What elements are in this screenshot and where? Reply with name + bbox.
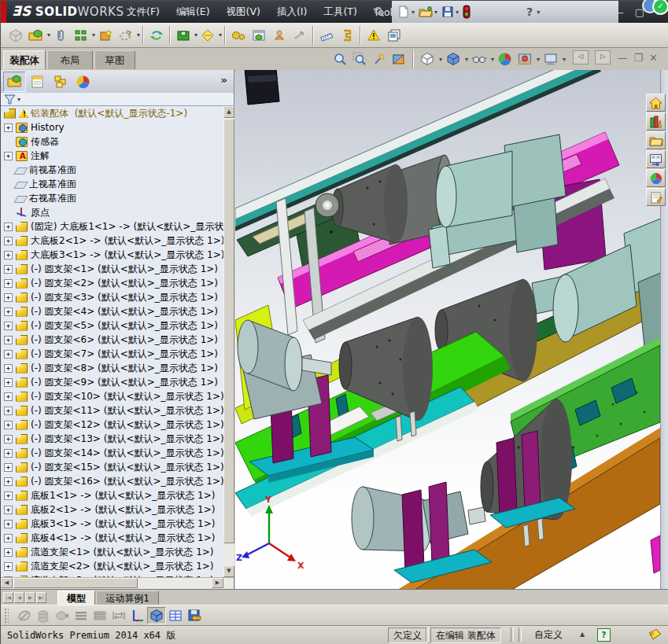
tree-item[interactable]: (-) 圆支架<15> (默认<默认>_显示状态 1>) — [1, 460, 223, 474]
expand-icon[interactable] — [4, 534, 13, 543]
zoom-to-area-icon[interactable] — [351, 50, 368, 68]
view-settings-icon[interactable] — [542, 50, 559, 68]
expand-icon[interactable] — [4, 123, 13, 132]
reference-geometry-icon[interactable] — [197, 25, 218, 46]
model-view-cube-icon[interactable] — [147, 607, 166, 624]
tree-item[interactable]: 流道支架<1> (默认<默认>_显示状态 1>) — [1, 545, 223, 559]
save-button[interactable]: ▾ — [441, 5, 459, 19]
chevron-down-icon[interactable]: ▾ — [412, 9, 415, 16]
measure-icon[interactable] — [316, 25, 337, 46]
expand-icon[interactable] — [4, 237, 13, 245]
featuremanager-tree-tab[interactable] — [3, 72, 26, 92]
expand-icon[interactable] — [4, 491, 13, 500]
tree-item[interactable]: 流道支架<2> (默认<默认>_显示状态 1>) — [1, 559, 223, 573]
menu-item-1[interactable]: 编辑(E) — [176, 6, 210, 19]
tree-item[interactable]: (-) 圆支架<12> (默认<默认>_显示状态 1>) — [1, 418, 223, 432]
move-component-icon[interactable] — [116, 25, 136, 46]
edit-component-icon[interactable] — [6, 25, 26, 46]
next-tab-button[interactable]: ▶ — [25, 592, 35, 603]
tab-model[interactable]: 模型 — [57, 591, 95, 605]
design-library-button[interactable] — [646, 112, 666, 131]
expand-icon[interactable] — [4, 421, 13, 429]
chevron-down-icon[interactable]: ▾ — [17, 96, 20, 103]
tree-root-item[interactable]: 铝装配体 (默认<默认_显示状态-1>) — [1, 106, 223, 120]
previous-document-button[interactable]: ◁ — [573, 50, 589, 64]
tree-item[interactable]: 底板1<1> -> (默认<默认>_显示状态 1>) — [1, 488, 223, 502]
configurationmanager-tab[interactable] — [49, 72, 72, 92]
expand-icon[interactable] — [4, 322, 13, 330]
toolbar-drag-handle[interactable] — [4, 608, 9, 624]
tree-item[interactable]: (-) 圆支架<11> (默认<默认>_显示状态 1>) — [1, 403, 223, 418]
last-tab-button[interactable]: ▶| — [36, 592, 46, 603]
expand-icon[interactable] — [4, 407, 13, 415]
menu-item-0[interactable]: 文件(F) — [127, 6, 160, 19]
expand-icon[interactable] — [4, 378, 13, 387]
expand-icon[interactable] — [4, 223, 13, 231]
child-minimize-button[interactable]: — — [617, 52, 627, 64]
chevron-down-icon[interactable]: ▾ — [439, 56, 442, 63]
save-animation-icon[interactable] — [185, 607, 204, 624]
chevron-down-icon[interactable]: ▾ — [563, 56, 566, 63]
mate-icon[interactable] — [50, 25, 71, 46]
displaymanager-tab[interactable] — [72, 72, 94, 92]
tab-assembly[interactable]: 装配体 — [3, 50, 46, 69]
previous-view-icon[interactable] — [371, 50, 388, 68]
chevron-down-icon[interactable]: ▾ — [219, 31, 222, 39]
next-document-button[interactable]: ▷ — [595, 50, 611, 64]
rebuild-traffic-light-icon[interactable] — [462, 5, 471, 19]
tag-icon[interactable] — [648, 628, 662, 641]
zoom-to-fit-icon[interactable] — [331, 50, 349, 68]
first-tab-button[interactable]: |◀ — [3, 592, 13, 603]
file-explorer-button[interactable] — [646, 131, 666, 149]
chevron-down-icon[interactable]: ▾ — [537, 9, 540, 16]
propertymanager-tab[interactable] — [26, 72, 49, 92]
status-caret-icon[interactable]: ▲ — [580, 631, 585, 638]
view-orientation-icon[interactable] — [419, 50, 436, 68]
expand-icon[interactable] — [4, 307, 13, 316]
chart-axes-icon[interactable] — [128, 607, 147, 624]
expand-icon[interactable] — [4, 251, 13, 259]
help-button[interactable]: ? — [526, 6, 533, 18]
tree-item[interactable]: (-) 圆支架<9> (默认<默认>_显示状态 1>) — [1, 375, 223, 389]
show-hidden-components-icon[interactable] — [146, 25, 167, 46]
chevron-down-icon[interactable]: ▾ — [537, 56, 540, 63]
tree-item[interactable]: 原点 — [1, 205, 223, 219]
expand-icon[interactable] — [4, 463, 13, 472]
tree-item[interactable]: (-) 圆支架<8> (默认<默认>_显示状态 1>) — [1, 361, 223, 375]
results-table-icon[interactable] — [166, 607, 185, 624]
home-tab-button[interactable] — [646, 94, 666, 112]
custom-properties-button[interactable] — [646, 188, 666, 206]
expand-icon[interactable] — [4, 520, 13, 528]
chevron-down-icon[interactable]: ▾ — [465, 56, 468, 63]
tree-item[interactable]: (-) 圆支架<16> (默认<默认>_显示状态 1>) — [1, 474, 223, 488]
vertical-scroll-thumb[interactable] — [223, 119, 234, 543]
chevron-down-icon[interactable]: ▾ — [491, 56, 494, 63]
expand-icon[interactable] — [4, 336, 13, 344]
hide-show-items-icon[interactable] — [471, 50, 488, 68]
new-document-button[interactable]: ▾ — [397, 5, 415, 19]
chevron-down-icon[interactable]: ▾ — [456, 9, 459, 16]
display-style-icon[interactable] — [445, 50, 462, 68]
scroll-left-button[interactable]: ◀ — [1, 578, 13, 588]
tree-item[interactable]: (-) 圆支架<7> (默认<默认>_显示状态 1>) — [1, 347, 223, 361]
insert-components-icon[interactable] — [26, 25, 46, 46]
child-restore-button[interactable]: ❐ — [633, 52, 643, 64]
tab-sketch[interactable]: 草图 — [94, 50, 135, 69]
tree-item[interactable]: 右视基准面 — [1, 191, 223, 205]
search-icon[interactable] — [373, 6, 386, 18]
tree-item[interactable]: (-) 圆支架<3> (默认<默认>_显示状态 1>) — [1, 290, 223, 304]
tree-item[interactable]: 底板3<1> -> (默认<默认>_显示状态 1>) — [1, 517, 223, 531]
tree-item[interactable]: (-) 圆支架<13> (默认<默认>_显示状态 1>) — [1, 432, 223, 446]
tree-item[interactable]: 大底板2<1> -> (默认<默认>_显示状态 1>) — [1, 234, 223, 248]
large-assembly-mode-icon[interactable] — [269, 25, 290, 46]
child-close-button[interactable]: ✕ — [649, 52, 658, 64]
expand-icon[interactable] — [4, 435, 13, 443]
scroll-down-button[interactable]: ▼ — [223, 565, 234, 577]
section-view-icon[interactable] — [390, 50, 408, 68]
tab-layout[interactable]: 布局 — [47, 50, 93, 69]
menu-item-2[interactable]: 视图(V) — [227, 6, 260, 19]
expand-icon[interactable] — [4, 364, 13, 373]
expand-icon[interactable] — [4, 152, 13, 160]
edit-appearance-icon[interactable] — [496, 50, 514, 68]
prev-tab-button[interactable]: ◀ — [14, 592, 24, 603]
